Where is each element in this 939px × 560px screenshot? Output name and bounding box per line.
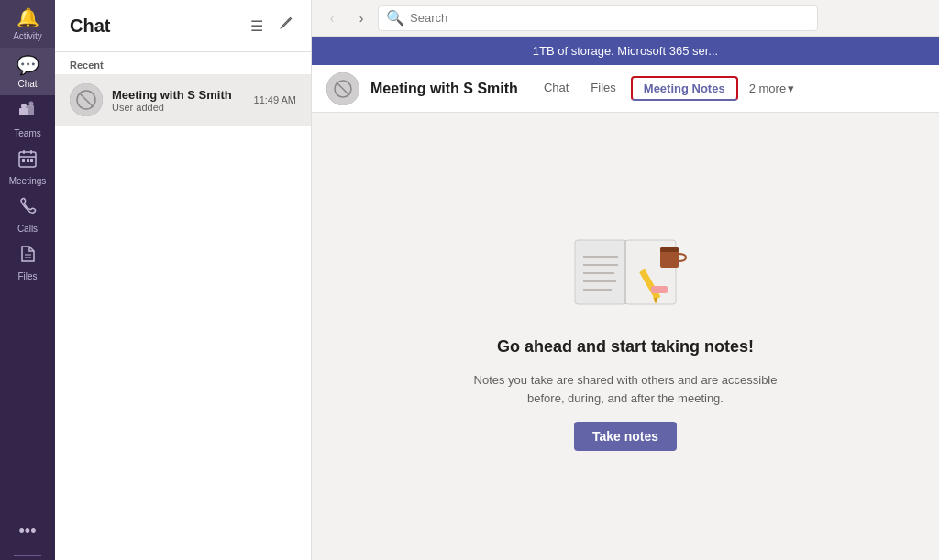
storage-banner: 1TB of storage. Microsoft 365 ser... (312, 37, 939, 65)
chat-panel-title: Chat (70, 16, 110, 37)
tab-more[interactable]: 2 more ▾ (742, 78, 801, 99)
teams-icon (17, 101, 38, 126)
forward-icon: › (359, 11, 364, 26)
sidebar-label-meetings: Meetings (9, 176, 47, 186)
take-notes-button[interactable]: Take notes (574, 422, 677, 451)
sidebar-item-teams[interactable]: Teams (0, 95, 55, 143)
sidebar: 🔔 Activity 💬 Chat Teams (0, 0, 55, 560)
chat-item-subtitle: User added (112, 102, 245, 113)
recent-label: Recent (55, 52, 311, 74)
banner-text: 1TB of storage. Microsoft 365 ser... (533, 44, 718, 58)
svg-rect-8 (22, 159, 25, 162)
chat-panel-actions: ☰ (247, 13, 296, 38)
sidebar-item-files[interactable]: Files (0, 238, 55, 286)
chevron-down-icon: ▾ (788, 82, 794, 95)
meeting-header: Meeting with S Smith Chat Files Meeting … (312, 65, 939, 113)
sidebar-divider (14, 555, 41, 556)
avatar (70, 83, 103, 116)
sidebar-label-activity: Activity (13, 31, 42, 41)
sidebar-item-meetings[interactable]: Meetings (0, 143, 55, 191)
svg-line-17 (337, 82, 349, 95)
back-icon: ‹ (330, 11, 335, 26)
top-bar: ‹ › 🔍 (312, 0, 939, 37)
blocked-avatar-icon (70, 83, 103, 116)
search-bar: 🔍 (378, 5, 818, 31)
svg-rect-31 (651, 286, 668, 293)
chat-icon: 💬 (17, 54, 39, 76)
meeting-title: Meeting with S Smith (370, 81, 518, 97)
filter-button[interactable]: ☰ (247, 14, 267, 38)
sidebar-item-chat[interactable]: 💬 Chat (0, 48, 55, 95)
activity-icon: 🔔 (17, 6, 39, 28)
sidebar-more-button[interactable]: ••• (19, 522, 37, 541)
meeting-blocked-icon (326, 72, 359, 105)
meetings-icon (17, 148, 38, 173)
notes-illustration (561, 222, 690, 323)
sidebar-label-calls: Calls (17, 224, 38, 234)
tab-chat[interactable]: Chat (533, 65, 580, 113)
meeting-avatar (326, 72, 359, 105)
calls-icon (17, 196, 38, 221)
new-chat-button[interactable] (274, 13, 296, 38)
svg-rect-9 (27, 159, 29, 162)
forward-button[interactable]: › (348, 5, 374, 31)
chat-item-name: Meeting with S Smith (112, 88, 245, 102)
meeting-tabs: Chat Files Meeting Notes 2 more ▾ (533, 65, 801, 113)
svg-rect-18 (575, 240, 625, 304)
main-content: ‹ › 🔍 1TB of storage. Microsoft 365 ser.… (312, 0, 939, 560)
chat-panel: Chat ☰ Recent (55, 0, 312, 560)
chat-list-item[interactable]: Meeting with S Smith User added 11:49 AM (55, 74, 311, 126)
files-icon (17, 244, 38, 269)
sidebar-item-activity[interactable]: 🔔 Activity (0, 0, 55, 48)
search-input[interactable] (410, 11, 810, 25)
filter-icon: ☰ (250, 18, 263, 34)
search-icon: 🔍 (386, 9, 404, 27)
sidebar-label-teams: Teams (14, 128, 40, 138)
new-chat-icon (278, 18, 293, 34)
svg-rect-1 (27, 105, 34, 115)
svg-point-3 (29, 101, 34, 105)
chat-item-time: 11:49 AM (254, 94, 296, 105)
recent-label-text: Recent (70, 60, 104, 71)
sidebar-label-chat: Chat (17, 79, 37, 89)
chat-item-info: Meeting with S Smith User added (112, 88, 245, 113)
back-button[interactable]: ‹ (319, 5, 345, 31)
svg-line-13 (288, 19, 290, 21)
svg-point-2 (21, 104, 27, 109)
svg-rect-10 (30, 159, 33, 162)
sidebar-label-files: Files (17, 271, 37, 281)
chat-panel-header: Chat ☰ (55, 0, 311, 52)
notes-heading: Go ahead and start taking notes! (497, 337, 754, 357)
svg-rect-30 (660, 247, 679, 252)
notes-subtext: Notes you take are shared with others an… (460, 371, 790, 407)
svg-line-15 (80, 93, 93, 106)
sidebar-item-calls[interactable]: Calls (0, 191, 55, 238)
notes-empty-state: Go ahead and start taking notes! Notes y… (312, 113, 939, 560)
tab-files[interactable]: Files (580, 65, 626, 113)
tab-meeting-notes[interactable]: Meeting Notes (631, 76, 738, 101)
